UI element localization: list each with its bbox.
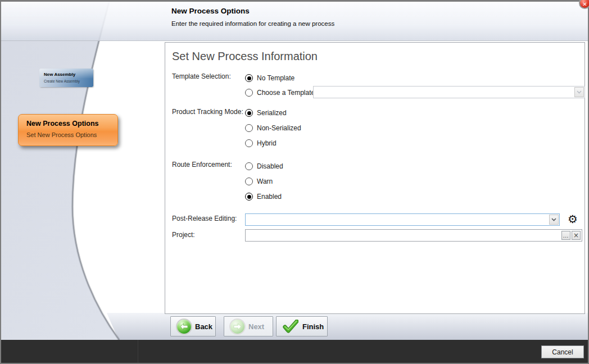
radio-no-template[interactable]: No Template bbox=[245, 74, 294, 83]
radio-label: Non-Serialized bbox=[257, 124, 301, 132]
radio-label: Warn bbox=[257, 178, 273, 185]
radio-label: Serialized bbox=[257, 109, 287, 117]
step-title: New Process Options bbox=[26, 120, 117, 128]
post-release-editing-label: Post-Release Editing: bbox=[172, 215, 237, 222]
next-button[interactable]: Next bbox=[224, 316, 273, 336]
radio-button-icon[interactable] bbox=[245, 139, 253, 147]
radio-label: Choose a Template bbox=[257, 89, 315, 97]
radio-serialized[interactable]: Serialized bbox=[245, 108, 287, 117]
cancel-button[interactable]: Cancel bbox=[541, 345, 584, 358]
radio-warn[interactable]: Warn bbox=[245, 177, 273, 186]
radio-button-icon[interactable] bbox=[245, 89, 253, 97]
wizard-header: New Process Options Enter the required i… bbox=[1, 2, 588, 41]
back-button-label: Back bbox=[195, 322, 212, 331]
step-subtitle: Create New Assembly bbox=[44, 79, 93, 83]
chevron-down-icon[interactable] bbox=[549, 215, 559, 225]
radio-button-icon[interactable] bbox=[245, 178, 253, 185]
gear-icon[interactable]: ⚙ bbox=[568, 213, 578, 225]
back-arrow-icon bbox=[177, 320, 191, 334]
close-icon: ✕ bbox=[582, 1, 587, 7]
chevron-down-icon[interactable] bbox=[574, 87, 584, 97]
panel-title: Set New Process Information bbox=[172, 50, 318, 63]
radio-choose-template[interactable]: Choose a Template bbox=[245, 88, 315, 97]
page-title: New Process Options bbox=[171, 7, 250, 15]
radio-label: Hybrid bbox=[257, 139, 277, 147]
wizard-window: New Process Options Enter the required i… bbox=[0, 0, 589, 364]
radio-button-icon[interactable] bbox=[245, 74, 253, 82]
page-subtitle: Enter the required information for creat… bbox=[171, 20, 334, 27]
radio-label: Disabled bbox=[257, 162, 283, 170]
radio-label: Enabled bbox=[257, 193, 282, 201]
template-combobox[interactable] bbox=[313, 86, 585, 98]
content-panel: Set New Process Information Template Sel… bbox=[165, 42, 585, 314]
radio-hybrid[interactable]: Hybrid bbox=[245, 139, 277, 148]
back-button[interactable]: Back bbox=[170, 316, 216, 336]
project-label: Project: bbox=[172, 231, 195, 239]
post-release-editing-input[interactable] bbox=[247, 215, 547, 225]
wizard-step-new-assembly[interactable]: New Assembly Create New Assembly bbox=[39, 69, 93, 87]
finish-check-icon bbox=[283, 320, 298, 333]
browse-ellipsis-icon[interactable]: … bbox=[561, 231, 570, 240]
radio-button-icon[interactable] bbox=[245, 124, 253, 132]
template-combobox-input[interactable] bbox=[315, 87, 572, 97]
next-button-label: Next bbox=[248, 322, 264, 331]
project-field[interactable]: … × bbox=[245, 229, 582, 242]
radio-button-icon[interactable] bbox=[245, 109, 253, 117]
product-tracking-mode-label: Product Tracking Mode: bbox=[172, 108, 243, 116]
step-title: New Assembly bbox=[44, 72, 93, 77]
radio-enabled[interactable]: Enabled bbox=[245, 192, 282, 201]
radio-button-icon[interactable] bbox=[245, 193, 253, 201]
clear-x-icon[interactable]: × bbox=[572, 231, 581, 240]
next-arrow-icon bbox=[230, 320, 244, 334]
bottom-bar-divider bbox=[138, 340, 138, 363]
finish-button[interactable]: Finish bbox=[276, 316, 328, 336]
project-input[interactable] bbox=[247, 230, 560, 240]
bottom-bar: Cancel bbox=[1, 340, 588, 363]
radio-non-serialized[interactable]: Non-Serialized bbox=[245, 124, 301, 133]
template-selection-label: Template Selection: bbox=[172, 72, 231, 80]
radio-label: No Template bbox=[257, 74, 294, 82]
radio-button-icon[interactable] bbox=[245, 162, 253, 170]
radio-disabled[interactable]: Disabled bbox=[245, 162, 283, 171]
finish-button-label: Finish bbox=[302, 322, 324, 331]
route-enforcement-label: Route Enforcement: bbox=[172, 161, 232, 169]
step-subtitle: Set New Process Options bbox=[26, 131, 117, 138]
post-release-editing-combobox[interactable] bbox=[245, 213, 560, 226]
wizard-step-new-process-options[interactable]: New Process Options Set New Process Opti… bbox=[18, 114, 118, 146]
